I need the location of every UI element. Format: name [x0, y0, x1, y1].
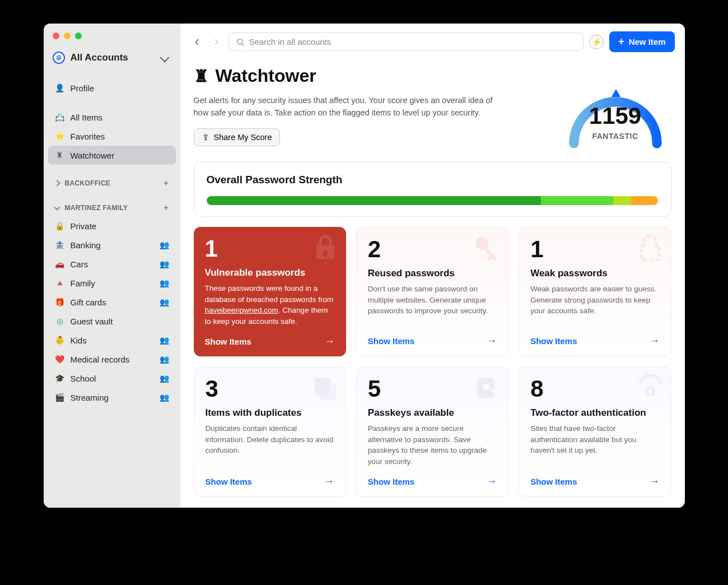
- search-field[interactable]: [228, 32, 584, 51]
- watchtower-header: ♜ Watchtower Get alerts for any security…: [194, 66, 671, 146]
- alert-description: Don't use the same password on multiple …: [368, 284, 497, 317]
- page-description: Get alerts for any security issues that …: [194, 94, 507, 119]
- arrow-right-icon: [487, 476, 497, 487]
- sidebar-group-header-martinez-family[interactable]: MARTINEZ FAMILY +: [48, 199, 176, 216]
- strength-segment: [613, 196, 631, 205]
- main-pane: ⚡ + New Item ♜ Watchtower Get alerts for…: [180, 24, 685, 508]
- sidebar-group-label: MARTINEZ FAMILY: [65, 204, 128, 212]
- show-items-button[interactable]: Show Items: [368, 326, 497, 347]
- vault-icon: 🚗: [55, 259, 65, 269]
- tile-bg-icon: [310, 233, 340, 263]
- score-word: FANTASTIC: [562, 132, 669, 141]
- page-title: Watchtower: [216, 66, 316, 86]
- account-switcher[interactable]: ⦿ All Accounts: [44, 47, 180, 68]
- page-title-row: ♜ Watchtower: [194, 66, 546, 86]
- shared-icon: 👥: [160, 355, 169, 364]
- sidebar-vault-streaming[interactable]: 🎬 Streaming 👥: [48, 388, 176, 407]
- sidebar-item-label: Banking: [71, 240, 101, 250]
- sidebar-item-icon: ♜: [55, 150, 65, 160]
- bolt-icon: ⚡: [592, 38, 601, 47]
- content-scroll[interactable]: ♜ Watchtower Get alerts for any security…: [180, 60, 685, 508]
- alert-tile-two-factor-authentication: 8 Two-factor authentication Sites that h…: [519, 366, 671, 497]
- svg-rect-3: [321, 383, 336, 401]
- external-link[interactable]: haveibeenpwned.com: [205, 306, 278, 314]
- search-input[interactable]: [249, 37, 577, 47]
- new-item-button[interactable]: + New Item: [609, 31, 674, 52]
- sidebar-vault-banking[interactable]: 🏦 Banking 👥: [48, 235, 176, 254]
- sidebar-item-all-items[interactable]: 📇 All Items: [48, 108, 176, 127]
- show-items-button[interactable]: Show Items: [205, 327, 335, 347]
- add-vault-button[interactable]: +: [164, 203, 169, 213]
- show-items-label: Show Items: [368, 336, 414, 346]
- score-value: 1159: [562, 103, 669, 129]
- gauge-needle-icon: [612, 89, 620, 97]
- alert-description: Weak passwords are easier to guess. Gene…: [530, 284, 659, 317]
- search-icon: [236, 38, 245, 47]
- sidebar-item-icon: ⭐: [55, 131, 65, 141]
- sidebar-item-favorites[interactable]: ⭐ Favorites: [48, 127, 176, 146]
- sidebar-vault-medical-records[interactable]: ❤️ Medical records 👥: [48, 350, 176, 369]
- add-vault-button[interactable]: +: [164, 178, 169, 188]
- sidebar-vault-school[interactable]: 🎓 School 👥: [48, 369, 176, 388]
- sidebar-groups: BACKOFFICE + MARTINEZ FAMILY +🔒 Private …: [44, 175, 180, 415]
- sidebar-item-icon: 📇: [55, 112, 65, 122]
- sidebar-group-header-backoffice[interactable]: BACKOFFICE +: [48, 175, 176, 192]
- share-score-button[interactable]: ⇪ Share My Score: [194, 128, 281, 146]
- show-items-button[interactable]: Show Items: [530, 467, 659, 487]
- alert-title: Reused passwords: [368, 268, 497, 279]
- show-items-button[interactable]: Show Items: [206, 467, 334, 487]
- tile-bg-icon: [635, 233, 665, 263]
- sidebar-item-label: Watchtower: [71, 151, 115, 160]
- tile-bg-icon: [472, 233, 502, 263]
- alert-description: Duplicates contain identical information…: [206, 423, 334, 456]
- nav-forward-button[interactable]: [209, 35, 223, 49]
- sidebar-item-label: Family: [71, 278, 95, 288]
- vault-icon: 🎬: [55, 392, 65, 402]
- sidebar-vault-guest-vault[interactable]: ◎ Guest vault: [48, 312, 176, 331]
- tile-bg-icon: [310, 373, 340, 403]
- vault-icon: 🎓: [55, 373, 65, 383]
- nav-back-button[interactable]: [190, 35, 204, 49]
- notifications-button[interactable]: ⚡: [589, 35, 604, 49]
- show-items-label: Show Items: [205, 337, 251, 346]
- sidebar-item-label: School: [71, 374, 96, 383]
- watchtower-header-left: ♜ Watchtower Get alerts for any security…: [194, 66, 546, 146]
- strength-segment: [631, 196, 658, 205]
- svg-point-5: [483, 383, 489, 389]
- strength-bar: [207, 196, 659, 205]
- show-items-button[interactable]: Show Items: [368, 467, 497, 487]
- alert-title: Vulnerable passwords: [205, 267, 335, 278]
- shared-icon: 👥: [160, 278, 169, 287]
- show-items-label: Show Items: [530, 477, 577, 486]
- app-logo-icon: ⦿: [53, 52, 65, 64]
- watchtower-icon: ♜: [194, 66, 209, 86]
- score-gauge: 1159 FANTASTIC: [559, 69, 671, 142]
- sidebar-vault-gift-cards[interactable]: 🎁 Gift cards 👥: [48, 292, 176, 312]
- sidebar-item-label: Cars: [71, 259, 88, 269]
- maximize-window-button[interactable]: [75, 32, 82, 39]
- shared-icon: 👥: [160, 374, 169, 383]
- minimize-window-button[interactable]: [64, 32, 71, 39]
- alert-tile-weak-passwords: 1 Weak passwords Weak passwords are easi…: [519, 227, 671, 356]
- shared-icon: 👥: [160, 336, 169, 345]
- alert-title: Items with duplicates: [206, 407, 334, 419]
- alert-title: Passkeys available: [368, 407, 497, 419]
- shared-icon: 👥: [160, 259, 169, 268]
- vault-icon: ❤️: [55, 354, 65, 364]
- sidebar-item-label: Streaming: [71, 393, 109, 402]
- alert-title: Weak passwords: [530, 268, 659, 279]
- sidebar-item-watchtower[interactable]: ♜ Watchtower: [48, 146, 176, 165]
- arrow-right-icon: [650, 335, 660, 347]
- alert-description: Sites that have two-factor authenticatio…: [530, 423, 659, 456]
- sidebar-item-label: Profile: [71, 83, 95, 93]
- sidebar-item-profile[interactable]: 👤 Profile: [48, 78, 176, 97]
- show-items-button[interactable]: Show Items: [530, 326, 659, 347]
- plus-icon: +: [618, 36, 624, 48]
- sidebar-vault-family[interactable]: 🔺 Family 👥: [48, 273, 176, 292]
- sidebar-vault-cars[interactable]: 🚗 Cars 👥: [48, 254, 176, 273]
- sidebar-vault-private[interactable]: 🔒 Private: [48, 216, 176, 235]
- close-window-button[interactable]: [53, 32, 59, 39]
- chevron-down-icon: [160, 53, 169, 63]
- sidebar-vault-kids[interactable]: 👶 Kids 👥: [48, 331, 176, 350]
- alert-description: These passwords were found in a database…: [205, 283, 335, 327]
